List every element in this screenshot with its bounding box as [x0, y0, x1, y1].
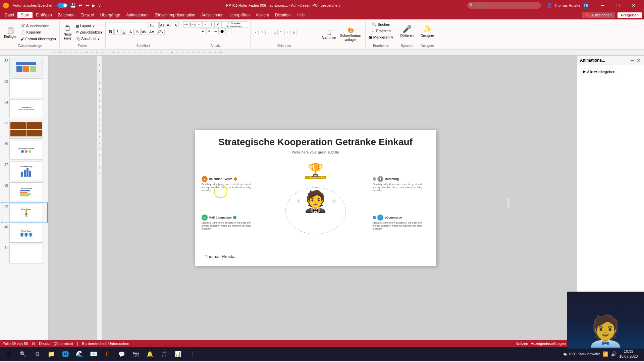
- quickformat-button[interactable]: 🎨 Schnellformat- vorlagen: [339, 24, 363, 44]
- linesp-button[interactable]: ↕: [225, 28, 231, 34]
- align-center-button[interactable]: ≡: [206, 28, 212, 34]
- slide-canvas[interactable]: Strategische Kooperation Getränke Einkau…: [195, 130, 436, 266]
- replace-button[interactable]: ↔ Ersetzen: [370, 28, 392, 34]
- strikethrough-button[interactable]: S̶: [128, 29, 134, 35]
- select-button[interactable]: ▣ Markieren ∨: [368, 34, 395, 40]
- bullet-list-button[interactable]: ≡∨: [183, 21, 189, 27]
- menu-entwurf[interactable]: Entwurf: [78, 12, 97, 18]
- decrease-indent-button[interactable]: ←: [196, 21, 202, 27]
- present-icon[interactable]: ▶: [92, 3, 95, 8]
- layout-button[interactable]: ▦ Layout ∨: [74, 23, 103, 29]
- slide-thumb-38[interactable]: 38 Leistungsträger: [1, 182, 47, 202]
- slide-thumb-40[interactable]: 40 Unser Team 👤 👤 👤: [1, 223, 47, 243]
- minimize-button[interactable]: ─: [595, 0, 610, 11]
- taskbar-app3[interactable]: 🔔: [144, 348, 156, 360]
- cut-button[interactable]: ✂️ Ausschneiden: [19, 23, 57, 29]
- shape-btn-3[interactable]: ○: [265, 30, 271, 35]
- underline-button[interactable]: U: [121, 29, 127, 35]
- font-size-input[interactable]: [149, 22, 159, 28]
- save-icon[interactable]: 💾: [70, 3, 76, 8]
- new-slide-button[interactable]: 🗒 Neue Folie: [62, 23, 74, 42]
- menu-animationen[interactable]: Animationen: [123, 12, 151, 18]
- shape-btn-7[interactable]: {}: [291, 30, 297, 35]
- section-button[interactable]: 📎 Abschnitt ∨: [74, 36, 103, 42]
- taskview-button[interactable]: ⧉: [31, 348, 44, 360]
- align-right-button[interactable]: ➡: [213, 28, 219, 34]
- menu-bildschirm[interactable]: Bildschirmpräsentation: [152, 12, 198, 18]
- maximize-button[interactable]: □: [610, 0, 626, 11]
- menu-hilfe[interactable]: Hilfe: [294, 12, 307, 18]
- shape-btn-1[interactable]: \: [253, 30, 259, 35]
- menu-einfuegen[interactable]: Einfügen: [33, 12, 54, 18]
- shape-btn-4[interactable]: △: [272, 30, 278, 35]
- taskbar-edge[interactable]: 🌊: [73, 348, 86, 360]
- taskbar-email[interactable]: 📧: [87, 348, 100, 360]
- slide-thumb-35[interactable]: 35: [1, 119, 47, 139]
- user-avatar[interactable]: TH: [582, 2, 590, 9]
- taskbar-teams[interactable]: T: [186, 348, 199, 360]
- text-direction-button[interactable]: ⟲: [215, 21, 221, 27]
- numbered-list-button[interactable]: 1≡∨: [190, 21, 196, 27]
- panel-minimize-button[interactable]: ─: [630, 58, 635, 63]
- menu-ueberpruefen[interactable]: Überprüfen: [227, 12, 252, 18]
- start-button[interactable]: ⊞: [3, 348, 15, 360]
- shape-btn-2[interactable]: □: [259, 30, 265, 35]
- highlight-button[interactable]: 🖍∨: [157, 29, 165, 35]
- text-convert-button[interactable]: In SmartArt konvertieren: [221, 21, 248, 27]
- close-button[interactable]: ✕: [626, 0, 641, 11]
- fontspacing-button[interactable]: AV: [141, 29, 147, 35]
- font-grow-button[interactable]: A↑: [159, 22, 165, 28]
- clear-format-button[interactable]: A: [173, 22, 179, 28]
- menu-zeichnen[interactable]: Zeichnen: [55, 12, 77, 18]
- slide-thumb-34[interactable]: 34 Dashboard Aufbau Businessplan: [1, 99, 47, 119]
- autosave-toggle[interactable]: [57, 3, 67, 8]
- accessibility-text[interactable]: Barrierefreiheit: Untersuchen: [82, 342, 129, 346]
- slide-author[interactable]: Thomas Hruska: [205, 254, 236, 259]
- slide-thumb-36[interactable]: 36 Spielregeln Konzept: [1, 140, 47, 160]
- taskbar-app5[interactable]: 📊: [172, 348, 184, 360]
- panel-close-button[interactable]: ✕: [636, 58, 641, 63]
- shape-btn-6[interactable]: ☆: [284, 30, 290, 35]
- more-icon[interactable]: ∨: [98, 3, 101, 8]
- taskbar-clock[interactable]: 10:33 10.07.2023: [619, 349, 638, 359]
- menu-uebergaenge[interactable]: Übergänge: [98, 12, 123, 18]
- justify-button[interactable]: ⬤: [219, 28, 225, 34]
- menu-start[interactable]: Start: [17, 12, 33, 18]
- taskbar-explorer[interactable]: 📁: [45, 348, 58, 360]
- taskbar-app4[interactable]: 🎵: [158, 348, 170, 360]
- slide-title[interactable]: Strategische Kooperation Getränke Einkau…: [195, 137, 436, 147]
- fontcolor-button[interactable]: A∨: [148, 29, 156, 35]
- columns-button[interactable]: ⋮: [209, 21, 215, 27]
- slide-thumb-41[interactable]: 41: [1, 244, 47, 264]
- slide-subtitle[interactable]: Write here your great subtitle: [195, 150, 436, 154]
- taskbar-app2[interactable]: 📷: [129, 348, 142, 360]
- textshadow-button[interactable]: S: [135, 29, 141, 35]
- increase-indent-button[interactable]: →: [202, 21, 208, 27]
- paste-button[interactable]: 📋 Einfügen: [3, 23, 18, 42]
- taskbar-app1[interactable]: 💬: [115, 348, 128, 360]
- search-input[interactable]: [467, 2, 541, 9]
- slide-panel[interactable]: 32 33 34 Dashb: [0, 56, 49, 340]
- undo-icon[interactable]: ↩: [78, 3, 83, 8]
- taskbar-chrome[interactable]: 🌐: [59, 348, 72, 360]
- find-button[interactable]: 🔍 Suchen: [371, 21, 391, 27]
- menu-datei[interactable]: Datei: [2, 12, 17, 18]
- format-copy-button[interactable]: 🖌 Format übertragen: [19, 36, 57, 42]
- reset-button[interactable]: ↺ Zurücksetzen: [74, 29, 103, 36]
- designer-button[interactable]: ✨ Designer: [419, 21, 435, 41]
- slide-thumb-39[interactable]: 39 Strat. Koop. 🏆 👨‍💼: [1, 202, 47, 223]
- italic-button[interactable]: I: [114, 29, 120, 35]
- menu-dictation[interactable]: Dictation: [272, 12, 293, 18]
- menu-aufzeichnen[interactable]: Aufzeichnen: [199, 12, 226, 18]
- aufzeichnen-button[interactable]: 🔴 Aufzeichnen: [582, 12, 615, 18]
- redo-icon[interactable]: ↪: [85, 3, 89, 8]
- font-shrink-button[interactable]: A↓: [166, 22, 172, 28]
- show-desktop-button[interactable]: |: [640, 352, 641, 356]
- search-taskbar-button[interactable]: 🔍: [17, 348, 30, 360]
- bold-button[interactable]: B: [108, 29, 114, 35]
- slide-structure-icon[interactable]: ⊟: [32, 342, 35, 346]
- copy-button[interactable]: 📄 Kopieren: [19, 29, 57, 36]
- slide-thumb-32[interactable]: 32: [1, 57, 47, 77]
- menu-ansicht[interactable]: Ansicht: [253, 12, 271, 18]
- slide-thumb-33[interactable]: 33: [1, 78, 47, 98]
